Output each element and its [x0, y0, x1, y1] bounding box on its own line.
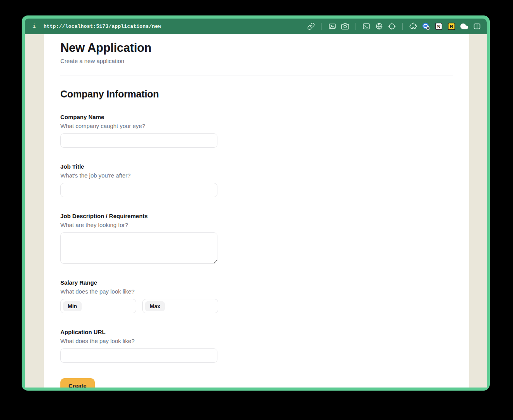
- salary-range-hint: What does the pay look like?: [60, 288, 453, 295]
- notion-icon[interactable]: N: [434, 22, 443, 31]
- job-description-hint: What are they looking for?: [60, 222, 453, 229]
- svg-text:N: N: [437, 24, 440, 29]
- job-title-hint: What's the job you're after?: [60, 172, 453, 179]
- job-title-label: Job Title: [60, 163, 453, 170]
- address-bar[interactable]: http://localhost:5173/applications/new: [43, 24, 161, 29]
- toolbar-separator: [402, 23, 403, 30]
- browser-toolbar: N R: [307, 22, 481, 31]
- terminal-icon[interactable]: [362, 22, 371, 31]
- crosshair-icon[interactable]: [388, 22, 396, 31]
- page-background: New Application Create a new application…: [25, 34, 487, 388]
- create-button[interactable]: Create: [60, 378, 95, 388]
- browser-window: i http://localhost:5173/applications/new: [22, 15, 490, 391]
- link-icon[interactable]: [307, 22, 315, 31]
- browser-titlebar: i http://localhost:5173/applications/new: [25, 19, 487, 34]
- onepassword-icon[interactable]: [422, 22, 430, 31]
- application-url-hint: What does the pay look like?: [60, 338, 453, 345]
- toolbar-separator: [321, 23, 322, 30]
- split-view-icon[interactable]: [473, 22, 481, 31]
- salary-max-box: Max: [142, 299, 218, 313]
- company-name-label: Company Name: [60, 114, 453, 121]
- globe-icon[interactable]: [375, 22, 383, 31]
- salary-max-chip: Max: [145, 301, 165, 311]
- field-group-job-title: Job Title What's the job you're after?: [60, 163, 453, 197]
- page-title: New Application: [60, 41, 453, 55]
- field-group-salary-range: Salary Range What does the pay look like…: [60, 279, 453, 313]
- header-divider: [60, 75, 453, 75]
- application-url-label: Application URL: [60, 329, 453, 336]
- cloud-icon[interactable]: [460, 22, 469, 31]
- job-description-textarea[interactable]: [60, 232, 217, 264]
- salary-range-label: Salary Range: [60, 279, 453, 286]
- application-url-input[interactable]: [60, 348, 217, 363]
- main-content: New Application Create a new application…: [44, 34, 469, 388]
- job-description-label: Job Description / Requirements: [60, 213, 453, 220]
- salary-min-input[interactable]: [82, 299, 136, 313]
- info-icon: i: [32, 23, 36, 29]
- salary-min-box: Min: [60, 299, 136, 313]
- page-subtitle: Create a new application: [60, 58, 453, 64]
- salary-max-input[interactable]: [165, 299, 218, 313]
- r-extension-icon[interactable]: R: [447, 22, 456, 31]
- field-group-company-name: Company Name What company caught your ey…: [60, 114, 453, 148]
- job-title-input[interactable]: [60, 183, 217, 197]
- company-name-input[interactable]: [60, 133, 217, 148]
- svg-text:R: R: [450, 24, 453, 29]
- field-group-application-url: Application URL What does the pay look l…: [60, 329, 453, 363]
- salary-range-row: Min Max: [60, 299, 453, 313]
- screen-capture-icon[interactable]: [328, 22, 337, 31]
- section-title: Company Information: [60, 89, 453, 100]
- company-name-hint: What company caught your eye?: [60, 123, 453, 130]
- camera-icon[interactable]: [341, 22, 349, 31]
- puzzle-extension-icon[interactable]: [409, 22, 417, 31]
- field-group-job-description: Job Description / Requirements What are …: [60, 213, 453, 264]
- salary-min-chip: Min: [63, 301, 82, 311]
- toolbar-separator: [356, 23, 356, 30]
